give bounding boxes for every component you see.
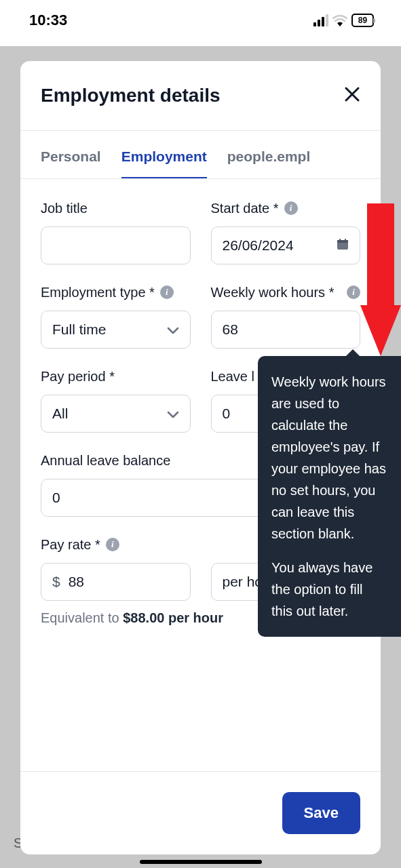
tabs: Personal Employment people.empl — [20, 131, 381, 179]
annual-leave-label: Annual leave balance — [41, 453, 170, 469]
annotation-arrow-icon — [360, 203, 401, 362]
start-date-value: 26/06/2024 — [223, 237, 294, 254]
tab-employment[interactable]: Employment — [121, 131, 207, 178]
modal-header: Employment details — [20, 61, 381, 131]
svg-rect-3 — [345, 239, 346, 241]
start-date-label: Start date * — [211, 201, 279, 216]
pay-rate-label: Pay rate * — [41, 537, 100, 553]
cellular-signal-icon — [313, 14, 328, 26]
save-button[interactable]: Save — [282, 792, 360, 834]
close-icon — [344, 84, 360, 106]
modal-footer: Save — [20, 771, 381, 854]
info-icon[interactable]: i — [284, 201, 298, 215]
svg-rect-2 — [339, 239, 341, 241]
status-icons: 89 — [313, 14, 374, 27]
pay-period-value: All — [52, 406, 68, 422]
battery-level: 89 — [358, 16, 367, 25]
calendar-icon — [337, 237, 349, 254]
pay-rate-value: 88 — [69, 574, 84, 590]
start-date-input[interactable]: 26/06/2024 — [211, 226, 361, 264]
tab-personal[interactable]: Personal — [41, 131, 101, 178]
modal-title: Employment details — [41, 85, 221, 106]
pay-period-select[interactable]: All — [41, 395, 191, 433]
info-icon[interactable]: i — [347, 285, 360, 299]
job-title-label: Job title — [41, 201, 88, 216]
close-button[interactable] — [344, 85, 360, 106]
weekly-hours-input[interactable]: 68 — [211, 311, 361, 349]
tooltip-paragraph-1: Weekly work hours are used to calculate … — [271, 371, 387, 545]
chevron-down-icon — [167, 406, 179, 422]
tooltip-paragraph-2: You always have the option to fill this … — [271, 557, 387, 622]
equivalent-value: $88.00 per hour — [123, 610, 223, 625]
svg-marker-5 — [360, 305, 401, 356]
equivalent-prefix: Equivalent to — [41, 610, 123, 625]
status-time: 10:33 — [29, 12, 67, 29]
weekly-hours-tooltip: Weekly work hours are used to calculate … — [258, 356, 401, 637]
job-title-input[interactable] — [41, 226, 191, 264]
svg-rect-4 — [367, 203, 394, 305]
leave-loading-label: Leave l — [211, 369, 255, 384]
battery-icon: 89 — [351, 14, 374, 27]
home-indicator[interactable] — [140, 860, 262, 864]
employment-type-label: Employment type * — [41, 285, 155, 300]
wifi-icon — [332, 15, 347, 26]
svg-rect-1 — [337, 240, 348, 243]
pay-rate-input[interactable]: $ 88 — [41, 563, 191, 601]
status-bar: 10:33 89 — [0, 0, 401, 41]
info-icon[interactable]: i — [160, 285, 174, 299]
chevron-down-icon — [167, 321, 179, 338]
employment-type-select[interactable]: Full time — [41, 311, 191, 349]
info-icon[interactable]: i — [106, 538, 119, 551]
pay-period-label: Pay period * — [41, 369, 115, 384]
employment-type-value: Full time — [52, 321, 106, 338]
currency-symbol: $ — [52, 574, 60, 590]
tab-people-empl[interactable]: people.empl — [227, 131, 311, 178]
weekly-hours-label: Weekly work hours * — [211, 285, 335, 300]
